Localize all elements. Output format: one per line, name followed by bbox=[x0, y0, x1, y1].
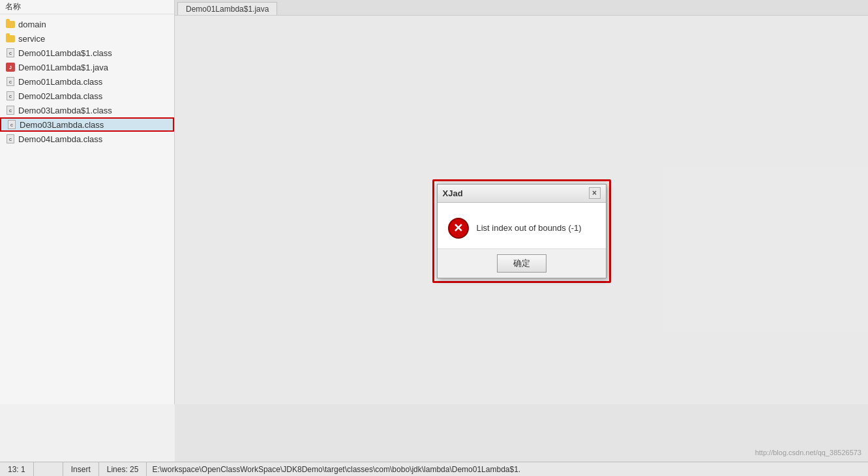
tree-item-demo01lambda$1java[interactable]: J Demo01Lambda$1.java bbox=[0, 60, 174, 74]
file-path: E:\workspace\OpenClassWorkSpace\JDK8Demo… bbox=[147, 465, 868, 474]
xjad-dialog: XJad × ✕ List index out of bounds (-1) 确… bbox=[437, 184, 606, 278]
position-text: 13: 1 bbox=[8, 465, 25, 474]
dialog-message: List index out of bounds (-1) bbox=[477, 223, 582, 233]
tree-item-label: Demo04Lambda.class bbox=[18, 134, 102, 144]
tree-item-domain[interactable]: domain bbox=[0, 17, 174, 31]
java-file-icon: J bbox=[5, 62, 16, 72]
tree-item-label: Demo03Lambda.class bbox=[20, 120, 104, 130]
class-file-icon: c bbox=[5, 48, 16, 58]
file-tree-panel: 名称 domain service c Demo01Lambda$1.class bbox=[0, 0, 175, 404]
tree-item-label: Demo03Lambda$1.class bbox=[18, 106, 112, 115]
lines-text: Lines: 25 bbox=[107, 465, 139, 474]
tree-item-demo04lambdaclass[interactable]: c Demo04Lambda.class bbox=[0, 132, 174, 146]
mode-text: Insert bbox=[71, 465, 91, 474]
modal-overlay: XJad × ✕ List index out of bounds (-1) 确… bbox=[175, 0, 868, 462]
folder-icon bbox=[5, 19, 16, 29]
dialog-wrapper: XJad × ✕ List index out of bounds (-1) 确… bbox=[432, 179, 611, 283]
tree-item-service[interactable]: service bbox=[0, 31, 174, 46]
tree-item-demo01lambdaclass[interactable]: c Demo01Lambda.class bbox=[0, 74, 174, 89]
folder-icon bbox=[5, 33, 16, 44]
ok-button[interactable]: 确定 bbox=[497, 254, 546, 273]
tree-item-demo01lambda$1class[interactable]: c Demo01Lambda$1.class bbox=[0, 46, 174, 60]
tree-item-label: Demo01Lambda$1.class bbox=[18, 48, 112, 58]
tree-item-demo03lambdaclass[interactable]: c Demo03Lambda.class bbox=[0, 117, 174, 132]
tree-item-demo02lambdaclass[interactable]: c Demo02Lambda.class bbox=[0, 89, 174, 103]
name-column-label: 名称 bbox=[5, 1, 21, 12]
dialog-footer: 确定 bbox=[438, 248, 606, 278]
status-empty bbox=[34, 462, 63, 476]
tree-item-label: Demo01Lambda$1.java bbox=[18, 63, 108, 72]
line-count: Lines: 25 bbox=[99, 462, 147, 476]
close-icon: × bbox=[592, 188, 597, 198]
tree-item-label: service bbox=[18, 34, 45, 44]
dialog-body: ✕ List index out of bounds (-1) bbox=[438, 203, 606, 248]
class-file-icon: c bbox=[5, 105, 16, 115]
dialog-titlebar: XJad × bbox=[438, 185, 606, 203]
edit-mode: Insert bbox=[63, 462, 99, 476]
path-text: E:\workspace\OpenClassWorkSpace\JDK8Demo… bbox=[152, 465, 520, 474]
tree-item-label: Demo02Lambda.class bbox=[18, 91, 102, 101]
class-file-icon: c bbox=[5, 91, 16, 101]
class-file-icon: c bbox=[5, 134, 16, 144]
column-header: 名称 bbox=[0, 0, 174, 14]
dialog-border-highlight: XJad × ✕ List index out of bounds (-1) 确… bbox=[432, 179, 611, 283]
dialog-close-button[interactable]: × bbox=[589, 187, 601, 199]
file-tree: domain service c Demo01Lambda$1.class J … bbox=[0, 14, 174, 149]
class-file-icon: c bbox=[7, 119, 17, 130]
tree-item-label: domain bbox=[18, 20, 46, 29]
error-icon: ✕ bbox=[448, 218, 469, 239]
dialog-title: XJad bbox=[443, 188, 463, 198]
tree-item-label: Demo01Lambda.class bbox=[18, 77, 102, 87]
class-file-icon: c bbox=[5, 76, 16, 87]
status-bar: 13: 1 Insert Lines: 25 E:\workspace\Open… bbox=[0, 462, 868, 476]
tree-item-demo03lambda$1class[interactable]: c Demo03Lambda$1.class bbox=[0, 103, 174, 117]
cursor-position: 13: 1 bbox=[0, 462, 34, 476]
